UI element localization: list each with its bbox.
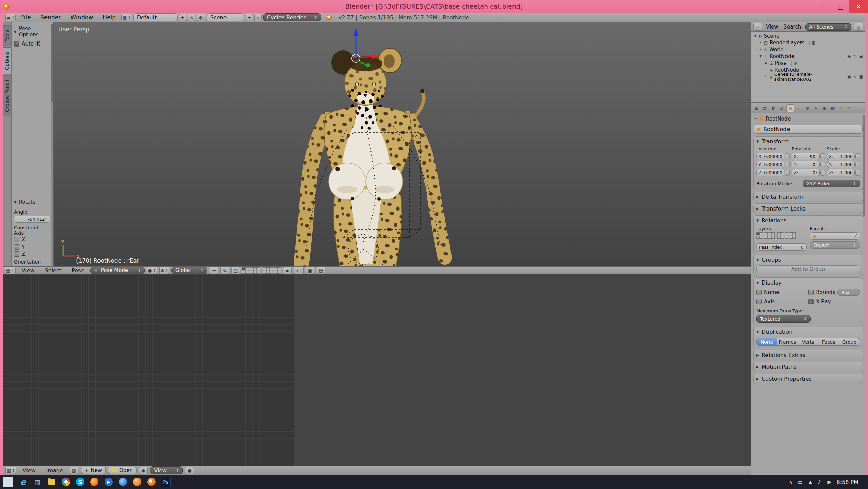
tab-material[interactable]: ◉ — [820, 104, 828, 112]
draw-type-icon[interactable]: ● — [185, 467, 194, 474]
constraint-x-row[interactable]: ✓ X — [14, 237, 50, 243]
select-arrow-icon[interactable]: ↖ — [853, 74, 857, 79]
duplication-faces-button[interactable]: Faces — [818, 338, 839, 346]
clock[interactable]: 6:58 PM — [837, 479, 858, 485]
lock-icon[interactable] — [785, 170, 790, 176]
uv-canvas[interactable] — [3, 274, 751, 466]
blender-taskbar-icon[interactable] — [145, 476, 158, 488]
add-layout-button[interactable]: + — [179, 14, 186, 21]
task-view-icon[interactable]: ▥ — [31, 476, 43, 488]
manipulator-scale-toggle[interactable]: □ — [231, 267, 240, 274]
axis-toggle-row[interactable]: ✓ Axis — [756, 298, 805, 305]
toolshelf-tab-options[interactable]: Options — [3, 47, 11, 74]
bounds-toggle-row[interactable]: ✓ Bounds Box — [808, 289, 860, 296]
delete-layout-button[interactable]: × — [188, 14, 195, 21]
layer-grid-2[interactable] — [777, 232, 796, 239]
max-draw-type-dropdown[interactable]: Textured↕ — [756, 315, 811, 323]
axis-checkbox[interactable]: ✓ — [756, 299, 762, 304]
display-panel-header[interactable]: ▼ Display — [756, 278, 860, 287]
rotation-z-field[interactable]: Z:0° — [792, 169, 819, 176]
rotate-panel-header[interactable]: ▼ Rotate — [14, 198, 50, 207]
delta-transform-panel[interactable]: ▶Delta Transform — [753, 192, 863, 202]
xray-toggle-row[interactable]: ✓ X-Ray — [808, 298, 860, 305]
camera-icon[interactable]: ▣ — [859, 74, 863, 79]
lock-icon[interactable] — [785, 153, 790, 159]
tab-texture[interactable]: ▩ — [829, 104, 837, 112]
tray-chevron-up-icon[interactable]: ∧ — [789, 479, 792, 485]
snap-toggle[interactable]: ∪↕ — [294, 267, 304, 274]
menu-help[interactable]: Help — [98, 14, 120, 21]
tab-physics[interactable]: ↻ — [846, 104, 854, 112]
add-scene-button[interactable]: + — [246, 14, 253, 21]
menu-window[interactable]: Window — [66, 14, 97, 21]
tab-modifiers[interactable]: ⊛ — [803, 104, 811, 112]
render-toggle-icon[interactable]: ▣ — [812, 40, 815, 45]
lock-icon[interactable] — [820, 153, 825, 159]
pin-icon[interactable]: ◆ — [139, 467, 148, 474]
screen-layout-selector[interactable]: Default — [133, 13, 178, 21]
duplication-panel-header[interactable]: ▼ Duplication — [756, 328, 860, 336]
duplication-none-button[interactable]: None — [756, 338, 777, 346]
outliner-row-world[interactable]: • ⊕ World — [751, 46, 865, 53]
outliner-row-genesis-mesh[interactable]: • ▲ Genesis3Female-skinInstance.002 ◉ ↖ … — [751, 73, 865, 80]
layer-grid-1[interactable] — [756, 232, 775, 239]
menu-pose[interactable]: Pose — [68, 267, 88, 274]
delete-scene-button[interactable]: × — [254, 14, 262, 21]
menu-view[interactable]: View — [18, 267, 39, 274]
search-icon[interactable]: ⊙ — [854, 23, 863, 31]
layer-grid-1[interactable] — [242, 267, 260, 274]
layer-grid-2[interactable] — [263, 267, 281, 274]
pose-options-panel-header[interactable]: ▼ Pose Options — [14, 24, 51, 40]
menu-render[interactable]: Render — [36, 14, 65, 21]
editor-type-icon[interactable]: ▦↕ — [5, 267, 16, 274]
location-z-field[interactable]: Z:0.00000 — [756, 169, 784, 176]
location-x-field[interactable]: X:0.00000 — [756, 153, 784, 160]
maximize-button[interactable]: □ — [832, 0, 849, 13]
opengl-render-button[interactable]: ▣ — [306, 267, 314, 274]
manipulator-rotate-toggle[interactable]: ↻ — [220, 267, 229, 274]
groups-panel-header[interactable]: ▼ Groups — [756, 256, 860, 264]
add-to-group-button[interactable]: Add to Group — [756, 265, 860, 273]
3d-viewport[interactable]: x y User Persp (170) RootNode : rEar — [54, 22, 751, 266]
media-player-icon[interactable]: ▶ — [103, 476, 115, 488]
tray-network-icon[interactable]: ▲ — [809, 479, 812, 485]
lock-icon[interactable] — [820, 170, 825, 176]
duplication-verts-button[interactable]: Verts — [798, 338, 819, 346]
xray-checkbox[interactable]: ✓ — [808, 299, 814, 304]
rotation-y-field[interactable]: Y:0° — [792, 161, 819, 168]
screen-layout-icon[interactable]: ▦↕ — [121, 14, 132, 21]
toolshelf-tab-grease-pencil[interactable]: Grease Pencil — [3, 75, 11, 116]
name-checkbox[interactable]: ✓ — [756, 290, 762, 295]
open-image-button[interactable]: Open — [108, 467, 137, 474]
lock-icon[interactable] — [855, 170, 860, 176]
outliner-row-rootnode-object[interactable]: ▼ ★ RootNode ◉ ↖ ▣ — [751, 53, 865, 60]
object-name-field[interactable]: ■ RootNode — [754, 125, 863, 134]
eye-icon[interactable]: ◉ — [847, 54, 851, 59]
pin-id-icon[interactable]: ≡ — [754, 116, 757, 121]
editor-type-icon[interactable]: ≡↕ — [5, 14, 16, 21]
outliner-row-scene[interactable]: ▼ ◐ Scene — [751, 33, 865, 39]
constraint-z-checkbox[interactable]: ✓ — [14, 251, 19, 257]
tray-panel-icon[interactable]: ▤ — [798, 479, 802, 485]
outliner-row-renderlayers[interactable]: • ▤ RenderLayers | ▣ — [751, 39, 865, 46]
render-engine-selector[interactable]: Cycles Render↕ — [263, 13, 321, 21]
internet-explorer-icon[interactable]: e — [17, 476, 29, 488]
properties-scrollbar[interactable] — [863, 115, 865, 217]
rotation-x-field[interactable]: X:90° — [792, 153, 819, 160]
display-scope-selector[interactable]: All Scenes↕ — [805, 23, 851, 31]
transform-panel-header[interactable]: ▼ Transform — [756, 137, 860, 146]
expander-icon[interactable]: ▼ — [754, 34, 757, 38]
start-button[interactable] — [1, 476, 15, 488]
menu-image[interactable]: Image — [42, 467, 67, 474]
lock-to-scene-toggle[interactable]: ▪ — [283, 267, 292, 274]
tab-render-layers[interactable]: ▤ — [761, 104, 769, 112]
menu-view[interactable]: View — [765, 24, 780, 30]
viewport-shading-selector[interactable]: ●↕ — [147, 267, 157, 274]
menu-view[interactable]: View — [19, 467, 40, 474]
scale-z-field[interactable]: Z:1.000 — [827, 169, 855, 176]
motion-paths-panel[interactable]: ▶Motion Paths — [753, 362, 863, 372]
photoshop-icon[interactable]: Ps — [160, 476, 172, 488]
parent-type-dropdown[interactable]: Object↕ — [810, 241, 860, 249]
camera-icon[interactable]: ▣ — [859, 54, 863, 59]
lock-icon[interactable] — [820, 162, 825, 167]
